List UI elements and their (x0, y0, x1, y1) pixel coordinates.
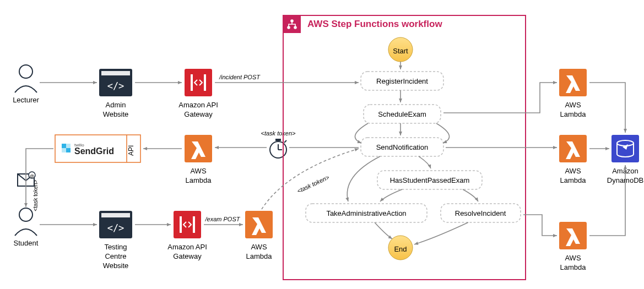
api-gateway-label-bottom-2: Gateway (173, 252, 202, 260)
task-token-left: <task token> (33, 179, 39, 211)
arrow-passed-adminaction (380, 189, 402, 201)
svg-line-29 (284, 140, 286, 143)
state-schedule-label: ScheduleExam (378, 110, 426, 118)
endpoint-incident: /incident POST (219, 74, 261, 80)
svg-point-32 (294, 26, 296, 29)
workflow-end-label: End (394, 245, 407, 253)
architecture-diagram: Lecturer Student </> Admin Website Amazo… (0, 0, 644, 289)
arrow-sendgrid-down (26, 149, 53, 165)
testing-website-label-2: Centre (105, 252, 126, 260)
sendgrid-brand: SendGrid (74, 146, 114, 156)
arrow-schedule-lambda1 (443, 83, 557, 113)
sendgrid-api: API (127, 145, 135, 156)
admin-website-icon: </> (99, 69, 132, 96)
sendgrid-box: twilio SendGrid API (55, 135, 140, 162)
svg-rect-20 (62, 148, 66, 152)
arrow-notify-adminaction (347, 156, 380, 201)
task-token-mid: <task token> (261, 130, 296, 137)
student-label: Student (14, 239, 39, 247)
lambda-icon-r2 (559, 135, 587, 162)
lambda-label-bottomleft-2: Lambda (246, 252, 273, 260)
lambda-label-midleft-1: AWS (190, 167, 206, 175)
dynamodb-icon (611, 135, 639, 162)
api-gateway-label-bottom-1: Amazon API (167, 243, 207, 251)
task-token-dashed: <task token> (296, 173, 331, 194)
testing-website-icon: </> (99, 211, 132, 238)
svg-text:@: @ (30, 173, 34, 178)
svg-rect-3 (101, 71, 130, 75)
lambda-icon-r1 (559, 69, 587, 96)
svg-rect-13 (193, 216, 195, 233)
lambda-icon-midleft (185, 135, 212, 162)
svg-rect-9 (101, 213, 130, 217)
lambda-label-r1-2: Lambda (560, 110, 587, 118)
svg-rect-7 (204, 74, 206, 91)
stopwatch-icon (270, 139, 286, 158)
api-gateway-icon-bottom (174, 211, 201, 238)
workflow-title: AWS Step Functions workflow (307, 19, 442, 29)
lambda-label-r1-1: AWS (565, 101, 581, 109)
arrow-adminaction-end (375, 222, 392, 239)
testing-website-label-3: Website (103, 261, 129, 270)
lambda-label-r3-1: AWS (565, 254, 581, 262)
svg-point-0 (19, 65, 33, 78)
lambda-icon-r3 (559, 222, 587, 249)
admin-website-label-1: Admin (106, 101, 126, 109)
admin-website-label-2: Website (103, 110, 129, 118)
svg-rect-21 (66, 148, 71, 152)
api-gateway-label-top-2: Gateway (184, 110, 213, 118)
lambda-label-bottomleft-1: AWS (251, 243, 267, 251)
svg-rect-28 (275, 139, 281, 141)
arrow-resolve-lambda3 (523, 215, 557, 236)
svg-point-30 (291, 20, 293, 22)
state-resolve-label: ResolveIncident (455, 209, 506, 217)
arrow-passed-resolve (463, 189, 478, 201)
state-register-label: RegisterIncident (376, 77, 428, 85)
svg-rect-11 (174, 211, 201, 238)
lambda-label-r3-2: Lambda (560, 263, 587, 271)
lambda-label-r2-2: Lambda (560, 176, 587, 184)
svg-rect-6 (191, 74, 193, 91)
testing-website-label-1: Testing (104, 243, 127, 251)
arrow-lambda1-dynamo (589, 83, 625, 133)
api-gateway-icon-top (185, 69, 212, 96)
arrow-notify-passed (419, 156, 431, 168)
svg-text:</>: </> (107, 80, 125, 91)
svg-rect-5 (185, 69, 212, 96)
api-gateway-label-top-1: Amazon API (178, 101, 218, 109)
svg-point-31 (288, 26, 290, 29)
svg-rect-19 (66, 144, 71, 148)
workflow-start-label: Start (393, 47, 408, 55)
lambda-label-r2-1: AWS (565, 167, 581, 175)
lambda-label-midleft-2: Lambda (186, 176, 212, 184)
endpoint-exam: /exam POST (205, 216, 241, 222)
svg-rect-18 (62, 144, 66, 148)
lecturer-label: Lecturer (13, 96, 39, 104)
svg-point-1 (19, 208, 33, 221)
student-icon (15, 208, 37, 236)
lecturer-icon (15, 65, 37, 92)
state-admin-action-label: TakeAdministrativeAction (326, 209, 406, 217)
svg-rect-12 (180, 216, 182, 233)
state-passed-label: HasStudentPassedExam (390, 176, 470, 184)
arrow-resolve-end (414, 222, 468, 244)
lambda-icon-bottomleft (245, 211, 273, 238)
svg-text:</>: </> (107, 222, 125, 233)
state-notify-label: SendNotification (376, 143, 429, 151)
